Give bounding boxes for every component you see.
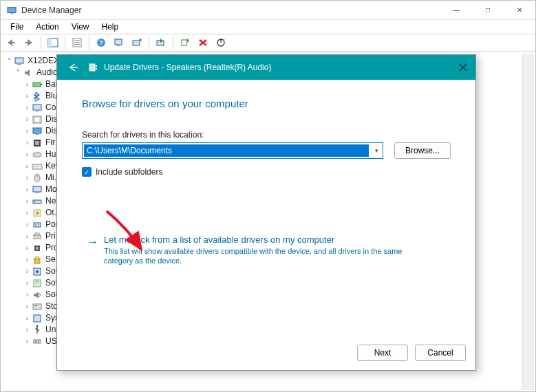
tree-twisty[interactable]: › — [23, 301, 32, 312]
svg-rect-51 — [34, 259, 40, 263]
svg-point-45 — [35, 224, 36, 226]
tree-twisty[interactable]: › — [23, 102, 32, 113]
system-icon — [32, 313, 43, 324]
svg-rect-57 — [34, 315, 41, 322]
svg-rect-3 — [25, 42, 28, 43]
help-button[interactable]: ? — [94, 35, 109, 50]
tree-twisty[interactable]: › — [23, 78, 32, 90]
svg-rect-48 — [35, 233, 39, 235]
svg-rect-33 — [34, 166, 35, 166]
tree-twisty[interactable]: › — [23, 242, 32, 254]
app-icon — [6, 5, 17, 16]
next-button[interactable]: Next — [357, 345, 408, 361]
dialog-close-button[interactable] — [451, 55, 475, 80]
svg-rect-22 — [41, 84, 42, 85]
dialog-back-button[interactable] — [65, 63, 82, 72]
software-dev-icon — [32, 278, 43, 289]
minimize-button[interactable]: — — [440, 1, 472, 20]
dialog-body: Browse for drivers on your computer Sear… — [57, 80, 475, 336]
dialog-title: Update Drivers - Speakers (Realtek(R) Au… — [104, 63, 271, 72]
add-legacy-button[interactable] — [129, 35, 144, 50]
svg-rect-8 — [74, 42, 80, 43]
search-location-label: Search for drivers in this location: — [82, 130, 451, 140]
tree-twisty[interactable]: › — [23, 336, 32, 347]
other-icon: ? — [32, 208, 43, 219]
show-hide-tree-button[interactable] — [45, 35, 61, 50]
hid-icon — [32, 149, 43, 160]
tree-twisty[interactable]: › — [23, 90, 32, 102]
sound-icon — [32, 290, 43, 301]
path-combobox[interactable]: C:\Users\M\Documents ▾ — [82, 142, 383, 159]
tree-twisty[interactable]: › — [23, 160, 32, 172]
update-driver-button[interactable] — [153, 35, 169, 50]
tree-twisty[interactable]: › — [23, 195, 32, 207]
svg-point-46 — [38, 224, 39, 226]
svg-rect-59 — [34, 340, 41, 343]
tree-twisty[interactable]: › — [23, 149, 32, 160]
scan-button[interactable] — [111, 35, 127, 50]
menu-action[interactable]: Action — [30, 21, 64, 32]
driver-icon — [87, 62, 98, 73]
bluetooth-icon — [32, 91, 43, 102]
path-value[interactable]: C:\Users\M\Documents — [84, 144, 369, 157]
tree-twisty[interactable]: › — [23, 219, 32, 230]
svg-rect-60 — [35, 340, 36, 342]
pick-from-list-option[interactable]: → Let me pick from a list of available d… — [82, 235, 451, 265]
menu-file[interactable]: File — [5, 21, 29, 32]
vertical-scrollbar[interactable] — [522, 54, 534, 390]
tree-twisty[interactable]: › — [23, 172, 32, 184]
tree-twisty[interactable]: › — [23, 137, 32, 149]
port-icon — [32, 219, 43, 230]
pick-option-description: This list will show available drivers co… — [104, 246, 420, 265]
cancel-button[interactable]: Cancel — [415, 345, 466, 361]
maximize-button[interactable]: □ — [472, 1, 504, 20]
tree-twisty[interactable]: ˅ — [14, 67, 23, 78]
menu-view[interactable]: View — [66, 21, 95, 32]
menubar: File Action View Help — [1, 20, 535, 34]
svg-rect-2 — [12, 42, 15, 43]
tree-twisty[interactable]: › — [23, 207, 32, 219]
enable-button[interactable] — [178, 35, 193, 50]
tree-twisty[interactable]: › — [23, 265, 32, 277]
include-subfolders-checkbox[interactable]: ✓ Include subfolders — [82, 167, 451, 177]
svg-rect-30 — [35, 141, 39, 145]
svg-rect-38 — [33, 186, 41, 192]
computer-icon — [32, 102, 43, 113]
svg-rect-7 — [74, 40, 80, 41]
chevron-down-icon[interactable]: ▾ — [370, 147, 383, 154]
usb-icon — [32, 325, 43, 336]
printer-icon — [32, 231, 43, 242]
battery-icon — [32, 79, 43, 90]
uninstall-button[interactable] — [195, 35, 211, 50]
tree-twisty[interactable]: › — [23, 254, 32, 265]
tree-twisty[interactable]: › — [23, 312, 32, 324]
storage-icon — [32, 301, 43, 312]
svg-rect-40 — [33, 200, 41, 204]
back-button[interactable] — [3, 35, 19, 50]
svg-point-58 — [36, 325, 39, 327]
svg-text:?: ? — [36, 210, 39, 217]
svg-rect-0 — [8, 7, 16, 12]
tree-twisty[interactable]: › — [23, 289, 32, 301]
tree-twisty[interactable]: › — [23, 230, 32, 242]
close-button[interactable]: ✕ — [504, 1, 535, 20]
svg-rect-1 — [10, 13, 13, 14]
svg-rect-27 — [33, 128, 41, 133]
svg-rect-9 — [74, 44, 80, 45]
menu-help[interactable]: Help — [96, 21, 125, 32]
disable-button[interactable] — [213, 35, 228, 50]
properties-button[interactable] — [69, 35, 85, 50]
forward-button[interactable] — [21, 35, 36, 50]
processor-icon — [32, 243, 43, 254]
tree-twisty[interactable]: › — [23, 125, 32, 137]
svg-rect-56 — [34, 305, 37, 306]
tree-twisty[interactable]: › — [23, 113, 32, 125]
svg-rect-21 — [33, 83, 41, 87]
tree-twisty[interactable]: › — [23, 324, 32, 336]
tree-twisty[interactable]: › — [23, 277, 32, 289]
arrow-right-icon: → — [82, 235, 104, 265]
tree-twisty[interactable]: › — [23, 184, 32, 195]
firmware-icon — [32, 138, 43, 149]
svg-rect-24 — [35, 111, 39, 111]
browse-button[interactable]: Browse... — [394, 142, 451, 159]
